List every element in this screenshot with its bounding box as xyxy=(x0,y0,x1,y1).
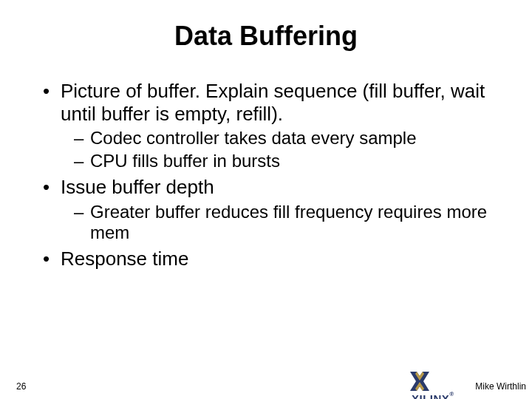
sub-bullet-item: Greater buffer reduces fill frequency re… xyxy=(74,202,502,244)
sub-bullet-list: Greater buffer reduces fill frequency re… xyxy=(74,202,502,244)
bullet-text: Response time xyxy=(61,248,188,270)
bullet-item: Response time xyxy=(43,248,502,270)
author-name: Mike Wirthlin xyxy=(475,381,526,392)
sub-bullet-list: Codec controller takes data every sample… xyxy=(74,128,502,171)
sub-bullet-text: CPU fills buffer in bursts xyxy=(90,151,280,171)
logo-text-label: XILINX xyxy=(412,392,449,399)
bullet-text: Picture of buffer. Explain sequence (fil… xyxy=(61,80,485,125)
logo-text: XILINX® xyxy=(412,392,454,399)
bullet-item: Issue buffer depth Greater buffer reduce… xyxy=(43,176,502,243)
sub-bullet-text: Codec controller takes data every sample xyxy=(90,128,417,148)
svg-marker-0 xyxy=(410,372,429,391)
bullet-item: Picture of buffer. Explain sequence (fil… xyxy=(43,80,502,171)
page-number: 26 xyxy=(16,381,26,392)
sub-bullet-item: CPU fills buffer in bursts xyxy=(74,151,502,171)
slide-footer: 26 XILINX® Mike Wirthlin xyxy=(0,371,532,393)
bullet-text: Issue buffer depth xyxy=(61,176,214,198)
bullet-list: Picture of buffer. Explain sequence (fil… xyxy=(43,80,502,270)
sub-bullet-text: Greater buffer reduces fill frequency re… xyxy=(90,202,487,242)
slide-body: Picture of buffer. Explain sequence (fil… xyxy=(22,80,510,270)
slide-title: Data Buffering xyxy=(22,21,510,52)
registered-icon: ® xyxy=(449,391,454,398)
x-icon xyxy=(410,372,429,391)
sub-bullet-item: Codec controller takes data every sample xyxy=(74,128,502,149)
slide: Data Buffering Picture of buffer. Explai… xyxy=(0,0,532,399)
xilinx-logo: XILINX® xyxy=(410,372,477,391)
